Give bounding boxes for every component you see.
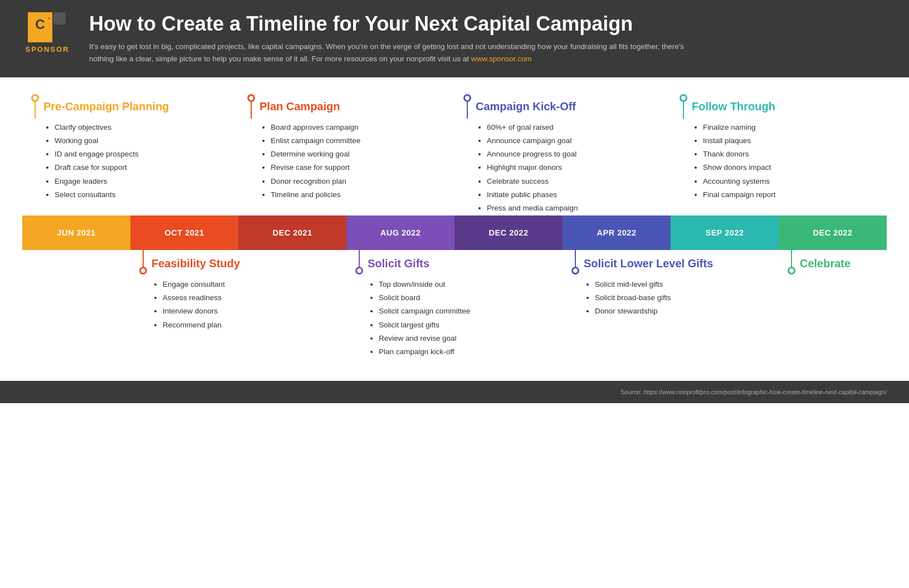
- header-description: It's easy to get lost in big, complicate…: [89, 41, 702, 65]
- phase-title-follow-through: Follow Through: [692, 100, 881, 113]
- timeline-segment-7: SEP 2022: [671, 215, 779, 250]
- logo-label: SPONSOR: [25, 45, 69, 53]
- timeline-segment-5: DEC 2022: [454, 215, 563, 250]
- circle-celebrate: [788, 267, 795, 275]
- website-link[interactable]: www.sponsor.com: [471, 55, 532, 63]
- phase-solicit-lower: Solicit Lower Level Gifts Solicit mid-le…: [563, 250, 779, 359]
- vline-celebrate: [791, 250, 792, 267]
- phase-items-solicit-gifts: Top down/inside out Solicit board Solici…: [368, 278, 557, 359]
- timeline-segment-3: DEC 2021: [238, 215, 346, 250]
- timeline-layout: Pre-Campaign Planning Clarify objectives…: [22, 94, 887, 359]
- circle-kickoff: [463, 94, 471, 102]
- vline-follow-through: [683, 102, 684, 119]
- phase-items-follow-through: Finalize naming Install plaques Thank do…: [692, 121, 881, 202]
- vline-kickoff: [467, 102, 468, 119]
- phase-title-pre-campaign: Pre-Campaign Planning: [43, 100, 233, 113]
- phase-items-solicit-lower: Solicit mid-level gifts Solicit broad-ba…: [584, 278, 773, 318]
- phase-title-plan-campaign: Plan Campaign: [260, 100, 449, 113]
- phase-title-celebrate: Celebrate: [800, 257, 881, 270]
- vline-pre-campaign: [35, 102, 36, 119]
- vline-plan-campaign: [251, 102, 252, 119]
- timeline-segment-2: OCT 2021: [130, 215, 238, 250]
- circle-follow-through: [680, 94, 687, 102]
- footer-source: Source: https://www.nonprofitpro.com/pos…: [22, 389, 887, 395]
- phase-pre-campaign: Pre-Campaign Planning Clarify objectives…: [22, 94, 238, 215]
- phase-solicit-gifts: Solicit Gifts Top down/inside out Solici…: [346, 250, 563, 359]
- phase-items-plan-campaign: Board approves campaign Enlist campaign …: [260, 121, 449, 202]
- page-title: How to Create a Timeline for Your Next C…: [89, 12, 887, 35]
- phase-title-solicit-gifts: Solicit Gifts: [368, 257, 557, 270]
- circle-feasibility: [139, 267, 147, 275]
- main-content: Pre-Campaign Planning Clarify objectives…: [0, 77, 909, 370]
- timeline-segment-6: APR 2022: [563, 215, 671, 250]
- vline-solicit-lower: [575, 250, 576, 267]
- phase-plan-campaign: Plan Campaign Board approves campaign En…: [238, 94, 454, 215]
- vline-feasibility: [143, 250, 144, 267]
- phase-title-kickoff: Campaign Kick-Off: [476, 100, 665, 113]
- header-content: How to Create a Timeline for Your Next C…: [89, 12, 887, 65]
- phase-follow-through: Follow Through Finalize naming Install p…: [671, 94, 887, 215]
- phase-title-feasibility: Feasibility Study: [152, 257, 341, 270]
- timeline-segment-1: JUN 2021: [22, 215, 130, 250]
- phase-feasibility: Feasibility Study Engage consultant Asse…: [130, 250, 346, 359]
- phase-items-feasibility: Engage consultant Assess readiness Inter…: [152, 278, 341, 332]
- vline-solicit-gifts: [359, 250, 360, 267]
- phase-items-pre-campaign: Clarify objectives Working goal ID and e…: [43, 121, 233, 202]
- phase-campaign-kickoff: Campaign Kick-Off 60%+ of goal raised An…: [454, 94, 671, 215]
- circle-solicit-lower: [571, 267, 579, 275]
- phase-items-kickoff: 60%+ of goal raised Announce campaign go…: [476, 121, 665, 215]
- timeline-bar: JUN 2021 OCT 2021 DEC 2021 AUG 2022 DEC …: [22, 215, 887, 250]
- circle-pre-campaign: [31, 94, 39, 102]
- logo-icon: C ·: [28, 12, 67, 43]
- bottom-col-empty: [22, 250, 130, 359]
- phase-title-solicit-lower: Solicit Lower Level Gifts: [584, 257, 773, 270]
- header: C · SPONSOR How to Create a Timeline for…: [0, 0, 909, 77]
- circle-solicit-gifts: [355, 267, 363, 275]
- timeline-segment-4: AUG 2022: [346, 215, 454, 250]
- footer: Source: https://www.nonprofitpro.com/pos…: [0, 381, 909, 403]
- logo: C · SPONSOR: [22, 12, 72, 53]
- circle-plan-campaign: [247, 94, 255, 102]
- phase-celebrate: Celebrate: [779, 250, 887, 359]
- timeline-segment-8: DEC 2022: [779, 215, 887, 250]
